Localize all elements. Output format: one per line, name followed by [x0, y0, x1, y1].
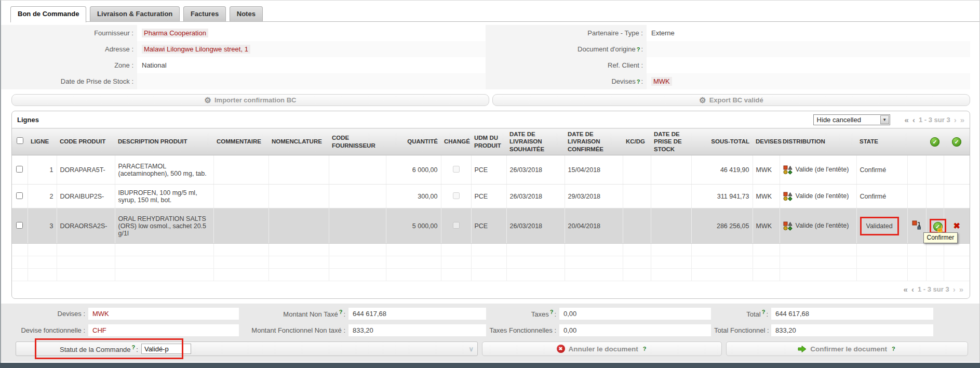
col-quantite: QUANTITÉ [386, 128, 441, 155]
hide-cancelled-select[interactable]: Hide cancelled ▼ [813, 114, 890, 125]
totals-row-2: Devise fonctionnelle : CHF Montant Fonct… [16, 323, 979, 338]
split-line-icon[interactable] [912, 220, 921, 230]
field-document-origine: Document d'origine ? : [486, 41, 970, 57]
adresse-label: Adresse : [1, 41, 137, 57]
chevron-down-icon[interactable]: ▼ [880, 115, 889, 124]
tab-livraison-facturation[interactable]: Livraison & Facturation [90, 6, 180, 21]
distribution-icon[interactable] [783, 165, 793, 175]
devise-fonctionnelle-value: CHF [92, 326, 106, 334]
page-indicator: 1 - 3 sur 3 [918, 285, 949, 293]
status-annotation-box [35, 338, 183, 359]
col-ligne: LIGNE [28, 128, 57, 155]
row-select-checkbox[interactable] [16, 222, 23, 229]
cell-code-produit: DORAORSA2S- [57, 208, 115, 244]
prev-page-icon[interactable]: ‹ [911, 285, 914, 293]
field-date-prise-stock: Date de Prise de Stock : [1, 73, 486, 89]
date-prise-stock-label: Date de Prise de Stock : [1, 73, 137, 89]
row-select-checkbox[interactable] [16, 192, 23, 199]
tab-factures[interactable]: Factures [183, 6, 226, 21]
taxes-value: 0,00 [559, 308, 711, 320]
total-fonctionnel-value: 833,20 [771, 324, 933, 336]
purchase-order-page: Bon de Commande Livraison & Facturation … [1, 1, 979, 368]
state-annotation-box: Validated [860, 217, 899, 235]
cell-sous-total: 311 941,73 [691, 185, 753, 208]
bottom-status-bar [0, 363, 980, 368]
last-page-icon[interactable]: » [959, 285, 963, 293]
change-checkbox [453, 192, 460, 199]
taxes-label: Taxes?: [489, 309, 559, 318]
fournisseur-label: Fournisseur : [1, 25, 137, 41]
green-arrow-icon [798, 345, 807, 353]
confirm-tooltip: Confirmer [923, 232, 958, 243]
distribution-icon[interactable] [783, 221, 793, 231]
help-icon[interactable]: ? [762, 309, 766, 315]
help-icon[interactable]: ? [339, 309, 343, 315]
next-page-icon[interactable]: › [954, 116, 957, 124]
col-udm-du-produit: UDM DU PRODUIT [471, 128, 506, 155]
cell-description: PARACETAMOL (acetaminophen), 500 mg, tab… [115, 155, 213, 185]
cell-code-produit: DORAIBUP2S- [57, 185, 115, 208]
prev-page-icon[interactable]: ‹ [912, 116, 915, 124]
cell-devises: MWK [753, 155, 780, 185]
tab-bon-de-commande[interactable]: Bon de Commande [10, 6, 86, 22]
montant-non-taxe-label: Montant Non Taxé?: [242, 309, 348, 318]
export-bc-valide-button[interactable]: ⚙ Export BC validé [492, 94, 970, 106]
cell-state: Confirmé [856, 155, 907, 185]
annuler-document-button[interactable]: ✖ Annuler le document ? [482, 341, 722, 356]
montant-fonctionnel-value: 833,20 [348, 324, 486, 336]
cell-description: ORAL REHYDRATION SALTS (ORS) low osmol.,… [115, 208, 213, 244]
total-value: 644 617,68 [771, 308, 933, 320]
field-partenaire-type: Partenaire - Type : Externe [486, 25, 970, 41]
zone-label: Zone : [1, 57, 137, 73]
cell-devises: MWK [753, 185, 780, 208]
cell-date-confirmee: 20/04/2018 [565, 208, 623, 244]
cell-udm: PCE [471, 208, 506, 244]
cancel-circle-icon: ✖ [557, 345, 565, 353]
select-all-checkbox[interactable] [17, 137, 23, 144]
cell-state: Confirmé [856, 185, 907, 208]
col-nomenclature: NOMENCLATURE [269, 128, 329, 155]
help-icon[interactable]: ? [892, 346, 895, 352]
last-page-icon[interactable]: » [960, 116, 964, 124]
col-devises: DEVISES [753, 128, 780, 155]
table-row: 2 DORAIBUP2S- IBUPROFEN, 100 mg/5 ml, sy… [12, 185, 970, 208]
montant-fonctionnel-label: Montant Fonctionnel Non taxé : [242, 326, 348, 334]
first-page-icon[interactable]: « [905, 116, 909, 124]
col-state: STATE [856, 128, 907, 155]
col-change: CHANGÉ [441, 128, 471, 155]
help-icon[interactable]: ? [637, 78, 640, 85]
pagination-top: « ‹ 1 - 3 sur 3 › » [905, 116, 964, 124]
col-action-split [907, 128, 926, 155]
distribution-icon[interactable] [783, 192, 793, 201]
tab-bar: Bon de Commande Livraison & Facturation … [10, 6, 979, 22]
cell-devises: MWK [753, 208, 780, 244]
first-page-icon[interactable]: « [904, 285, 908, 293]
cancel-line-icon[interactable]: ✖ [954, 221, 960, 230]
confirm-all-icon[interactable]: ✓ [930, 137, 939, 147]
col-code-produit: CODE PRODUIT [57, 128, 115, 155]
cell-sous-total: 46 419,90 [691, 155, 753, 185]
field-adresse: Adresse : Malawi Lilongwe Lilongwe stree… [1, 41, 486, 57]
cell-date-confirmee: 15/04/2018 [565, 155, 623, 185]
cell-udm: PCE [471, 155, 506, 185]
document-actions-row: Statut de la Commande?: Validé-p ∨ ✖ Ann… [16, 340, 979, 360]
help-icon[interactable]: ? [550, 309, 554, 315]
gears-icon: ⚙ [205, 96, 211, 104]
row-select-checkbox[interactable] [16, 166, 23, 173]
import-confirmation-bc-button[interactable]: ⚙ Importer confirmation BC [11, 94, 489, 106]
confirmer-document-button[interactable]: Confirmer le document ? [726, 341, 968, 356]
empty-row [12, 269, 970, 281]
devises-label: Devises ? : [486, 73, 647, 89]
cell-distribution: Valide (de l'entête) [796, 222, 849, 230]
tab-notes[interactable]: Notes [230, 6, 263, 21]
devises-value: MWK [651, 77, 672, 86]
taxes-fonctionnelles-value: 0,00 [559, 324, 711, 336]
field-fournisseur: Fournisseur : Pharma Cooperation [1, 25, 486, 41]
help-icon[interactable]: ? [637, 46, 640, 52]
total-label: Total?: [714, 309, 771, 318]
partenaire-type-value: Externe [651, 29, 675, 37]
help-icon[interactable]: ? [643, 346, 647, 352]
next-page-icon[interactable]: › [953, 285, 956, 293]
col-date-livraison-confirmee: DATE DE LIVRAISON CONFIRMÉE [565, 128, 623, 155]
validate-all-icon[interactable]: ✓ [952, 137, 961, 147]
